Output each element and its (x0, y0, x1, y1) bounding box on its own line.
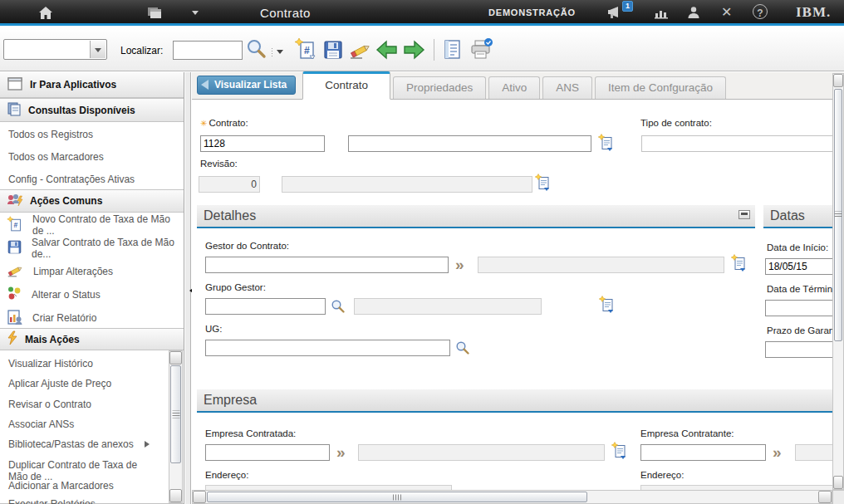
sidebar-more-action[interactable]: Biblioteca/Pastas de anexos (0, 434, 166, 454)
view-list-button[interactable]: Visualizar Lista (197, 76, 296, 95)
sidebar-header-common-actions[interactable]: Ações Comuns (0, 189, 184, 213)
endereco-contratada-label: Endereço: (205, 470, 248, 480)
previous-record-icon[interactable] (375, 39, 399, 64)
tab-item-de-configuracao[interactable]: Item de Confguração (595, 76, 726, 99)
scroll-down-button[interactable] (833, 476, 843, 489)
page-title: Contrato (260, 6, 311, 20)
clear-changes-icon[interactable] (349, 39, 372, 64)
sidebar-more-action[interactable]: Revisar o Contrato (0, 394, 166, 414)
svg-text:#: # (14, 221, 18, 229)
data-inicio-input[interactable] (765, 258, 832, 275)
contrato-input[interactable] (200, 135, 325, 152)
lookup-magnifier-icon[interactable] (455, 340, 470, 359)
tab-contrato[interactable]: Contrato (302, 71, 390, 100)
main-vertical-scrollbar[interactable] (832, 73, 844, 490)
sidebar-header-more-actions[interactable]: Mais Ações (0, 328, 184, 350)
prazo-garantia-input[interactable] (765, 341, 832, 358)
next-record-icon[interactable] (402, 39, 425, 64)
new-record-icon[interactable]: # (294, 37, 317, 64)
sidebar-header-label: Ações Comuns (30, 195, 102, 207)
long-description-icon[interactable] (535, 174, 552, 195)
sidebar: Ir Para Aplicativos Consultas Disponívei… (0, 72, 184, 504)
data-termino-input[interactable] (765, 300, 832, 316)
minimize-section-icon[interactable] (738, 210, 750, 219)
profile-icon[interactable] (686, 5, 701, 23)
ug-input[interactable] (205, 340, 450, 356)
sidebar-action-clear-changes[interactable]: Limpar Alterações (0, 260, 184, 283)
sidebar-action-new-contract[interactable]: # Novo Contrato de Taxa de Mão de ... (0, 213, 184, 237)
sidebar-scrollbar-thumb[interactable] (170, 365, 181, 463)
applications-menu-caret-icon[interactable] (192, 11, 199, 18)
long-description-icon[interactable] (731, 254, 748, 276)
sidebar-more-action[interactable]: Associar ANSs (0, 414, 166, 434)
scroll-down-button[interactable] (169, 489, 182, 502)
sidebar-item-query[interactable]: Todos os Marcadores (0, 146, 184, 168)
scroll-up-button[interactable] (833, 74, 843, 87)
record-select-caret-icon[interactable] (90, 41, 106, 58)
scroll-right-button[interactable] (818, 491, 832, 503)
vertical-scrollbar-thumb[interactable] (834, 89, 842, 341)
tab-propriedades[interactable]: Propriedades (393, 76, 486, 99)
tab-ans[interactable]: ANS (542, 76, 592, 99)
scroll-left-button[interactable] (193, 491, 206, 503)
print-icon[interactable] (469, 37, 493, 64)
sidebar-item-go-to-applications[interactable]: Ir Para Aplicativos (0, 72, 184, 98)
clear-changes-icon (7, 262, 24, 281)
detail-menu-chevron[interactable]: » (773, 444, 782, 461)
tab-ativo[interactable]: Ativo (488, 76, 540, 99)
close-session-icon[interactable]: ✕ (721, 5, 732, 20)
grupo-gestor-label: Grupo Gestor: (205, 282, 266, 292)
long-description-icon[interactable] (598, 134, 615, 155)
sidebar-splitter[interactable] (185, 72, 191, 504)
empresa-contratada-input[interactable] (205, 444, 330, 461)
create-report-icon (7, 309, 23, 328)
form-content: ✳Contrato: Tipo de contrato: Revisão: De… (192, 100, 832, 490)
main-horizontal-scrollbar[interactable] (192, 490, 832, 504)
detail-menu-chevron[interactable]: » (336, 444, 346, 461)
sidebar-action-change-status[interactable]: Alterar o Status (0, 283, 184, 306)
sidebar-scrollbar[interactable] (169, 350, 183, 503)
record-select-combobox[interactable] (3, 39, 107, 60)
long-description-icon[interactable] (611, 442, 628, 463)
save-icon (7, 239, 22, 257)
section-title: Detalhes (197, 205, 755, 223)
find-input[interactable] (173, 41, 243, 60)
sidebar-header-available-queries[interactable]: Consultas Disponíveis (0, 98, 184, 122)
sidebar-action-label: Novo Contrato de Taxa de Mão de ... (32, 213, 177, 237)
section-title: Datas (763, 205, 832, 223)
applications-menu-icon[interactable] (146, 6, 163, 23)
sidebar-more-action[interactable]: Executar Relatórios (0, 494, 166, 504)
contrato-description-input[interactable] (348, 135, 591, 152)
sidebar-item-query[interactable]: Todos os Registros (0, 124, 184, 145)
select-action-list-icon[interactable] (442, 38, 464, 65)
sidebar-header-label: Mais Ações (25, 334, 80, 345)
horizontal-scrollbar-thumb[interactable] (207, 492, 587, 502)
reports-chart-icon[interactable] (653, 6, 670, 22)
save-icon[interactable] (322, 39, 344, 64)
environment-label: DEMONSTRAÇÃO (488, 7, 576, 17)
ibm-logo: IBM. (796, 4, 831, 21)
title-bar: Contrato DEMONSTRAÇÃO 1 ✕ ? IBM. (0, 0, 844, 26)
search-options-caret-icon[interactable] (277, 50, 283, 57)
revisao-label: Revisão: (200, 159, 238, 169)
search-icon[interactable] (246, 38, 267, 63)
tipo-contrato-input[interactable] (641, 135, 832, 152)
announcements-icon[interactable]: 1 (606, 5, 625, 23)
home-icon[interactable] (38, 6, 53, 23)
gestor-input[interactable] (205, 257, 449, 273)
lookup-magnifier-icon[interactable] (331, 299, 346, 317)
sidebar-more-action[interactable]: Visualizar Histórico (0, 354, 166, 374)
help-icon[interactable]: ? (753, 4, 768, 19)
sidebar-more-action[interactable]: Adicionar a Marcadores (0, 476, 166, 496)
section-title: Empresa (197, 389, 832, 408)
sidebar-action-label: Salvar Contrato de Taxa de Mão de... (32, 237, 177, 260)
grupo-gestor-input[interactable] (205, 298, 326, 315)
sidebar-action-save-contract[interactable]: Salvar Contrato de Taxa de Mão de... (0, 237, 184, 260)
long-description-icon[interactable] (599, 296, 616, 317)
empresa-contratante-input[interactable] (640, 444, 766, 461)
detail-menu-chevron[interactable]: » (455, 257, 464, 273)
sidebar-item-query[interactable]: Config - Contratações Ativas (0, 169, 184, 190)
scroll-up-button[interactable] (169, 351, 182, 365)
sidebar-more-action[interactable]: Aplicar Ajuste de Preço (0, 374, 166, 394)
sidebar-action-create-report[interactable]: Criar Relatório (0, 306, 184, 330)
